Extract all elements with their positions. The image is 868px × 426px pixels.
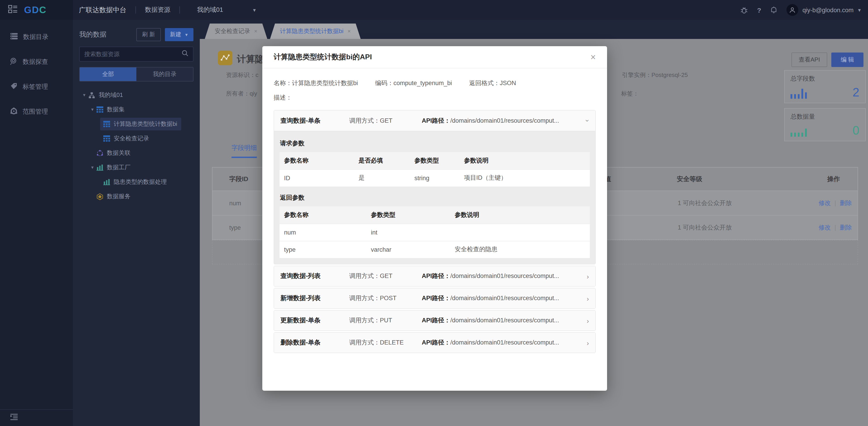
param-row: type varchar 安全检查的隐患	[280, 241, 590, 258]
api-section-query-list: 查询数据-列表 调用方式：GET API路径：/domains/domain01…	[274, 266, 596, 287]
request-params-title: 请求参数	[280, 139, 590, 148]
api-path: API路径：/domains/domain01/resources/comput…	[422, 294, 559, 302]
modal-title: 计算隐患类型统计数据bi的API	[274, 52, 372, 62]
api-section-query-single: 查询数据-单条 调用方式：GET API路径：/domains/domain01…	[274, 110, 596, 264]
chevron-right-icon[interactable]: ›	[582, 317, 589, 324]
api-section-delete-single: 删除数据-单条 调用方式：DELETE API路径：/domains/domai…	[274, 332, 596, 353]
api-section-update-single: 更新数据-单条 调用方式：PUT API路径：/domains/domain01…	[274, 310, 596, 331]
app-root: GDC 广联达数据中台 数据资源 我的域01 ▼ ?	[0, 0, 868, 426]
col-param-type: 参数类型	[410, 152, 459, 169]
param-row: num int	[280, 224, 590, 241]
api-method: 调用方式：GET	[349, 272, 422, 280]
chevron-right-icon[interactable]: ›	[582, 272, 589, 280]
field-return-format: 返回格式：JSON	[469, 79, 516, 87]
api-details-modal: 计算隐患类型统计数据bi的API × 名称：计算隐患类型统计数据bi 编码：co…	[262, 46, 607, 391]
modal-header: 计算隐患类型统计数据bi的API ×	[262, 46, 607, 68]
api-section-name: 查询数据-单条	[280, 117, 349, 125]
api-method: 调用方式：DELETE	[349, 339, 422, 347]
api-section-header[interactable]: 查询数据-单条 调用方式：GET API路径：/domains/domain01…	[274, 110, 595, 131]
param-row: ID 是 string 项目ID（主键）	[280, 169, 590, 187]
api-method: 调用方式：PUT	[349, 317, 422, 325]
col-param-type: 参数类型	[367, 206, 450, 224]
response-params-title: 返回参数	[280, 194, 590, 202]
api-path: API路径：/domains/domain01/resources/comput…	[422, 117, 559, 125]
request-params-table: 参数名称 是否必填 参数类型 参数说明 ID 是 string 项目ID（主键）	[280, 152, 590, 187]
api-method: 调用方式：POST	[349, 294, 422, 302]
api-section-create-list: 新增数据-列表 调用方式：POST API路径：/domains/domain0…	[274, 288, 596, 309]
response-params-table: 参数名称 参数类型 参数说明 num int type varchar	[280, 206, 590, 258]
api-path: API路径：/domains/domain01/resources/comput…	[422, 339, 559, 347]
col-param-name: 参数名称	[280, 206, 367, 224]
api-section-name: 查询数据-列表	[280, 272, 349, 280]
api-summary-fields: 名称：计算隐患类型统计数据bi 编码：compute_typenum_bi 返回…	[274, 79, 596, 87]
api-section-body: 请求参数 参数名称 是否必填 参数类型 参数说明 ID 是 string	[274, 131, 595, 264]
col-param-desc: 参数说明	[460, 152, 590, 169]
close-icon[interactable]: ×	[591, 53, 596, 62]
field-description: 描述：	[274, 94, 596, 102]
field-code: 编码：compute_typenum_bi	[375, 79, 452, 87]
api-section-header[interactable]: 查询数据-列表 调用方式：GET API路径：/domains/domain01…	[274, 266, 595, 286]
api-section-header[interactable]: 新增数据-列表 调用方式：POST API路径：/domains/domain0…	[274, 288, 595, 308]
col-param-desc: 参数说明	[450, 206, 590, 224]
col-required: 是否必填	[354, 152, 410, 169]
chevron-right-icon[interactable]: ›	[582, 339, 589, 347]
api-section-header[interactable]: 删除数据-单条 调用方式：DELETE API路径：/domains/domai…	[274, 333, 595, 353]
api-section-header[interactable]: 更新数据-单条 调用方式：PUT API路径：/domains/domain01…	[274, 310, 595, 330]
chevron-down-icon[interactable]: ›	[584, 120, 592, 122]
api-section-name: 新增数据-列表	[280, 294, 349, 302]
api-section-name: 更新数据-单条	[280, 317, 349, 325]
api-method: 调用方式：GET	[349, 117, 422, 125]
col-param-name: 参数名称	[280, 152, 354, 169]
chevron-right-icon[interactable]: ›	[582, 294, 589, 302]
api-path: API路径：/domains/domain01/resources/comput…	[422, 272, 559, 280]
field-name: 名称：计算隐患类型统计数据bi	[274, 79, 358, 87]
api-path: API路径：/domains/domain01/resources/comput…	[422, 317, 559, 325]
api-section-name: 删除数据-单条	[280, 339, 349, 347]
